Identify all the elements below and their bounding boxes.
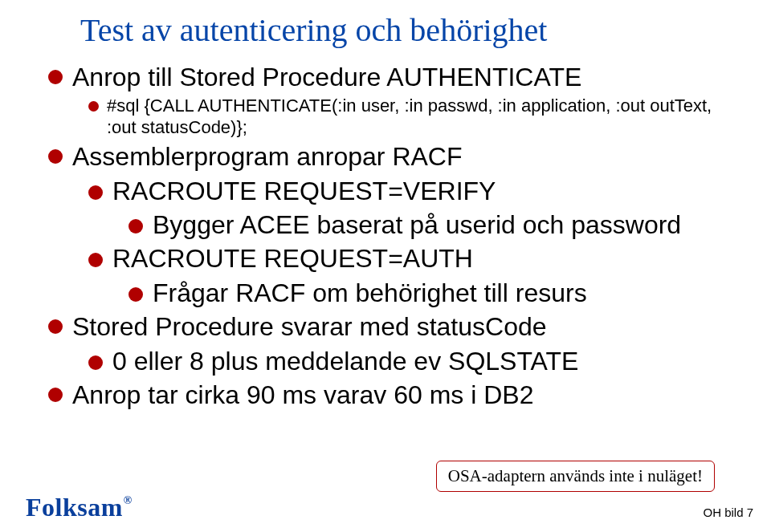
callout-box: OSA-adaptern används inte i nuläget! [436, 461, 715, 492]
bullet-text: Stored Procedure svarar med statusCode [72, 311, 547, 342]
registered-icon: ® [124, 494, 133, 506]
bullet-level1: Anrop tar cirka 90 ms varav 60 ms i DB2 [48, 380, 739, 410]
bullet-marker-icon [48, 388, 63, 402]
bullet-marker-icon [88, 185, 103, 200]
bullet-text: RACROUTE REQUEST=AUTH [112, 243, 473, 274]
bullet-level2: RACROUTE REQUEST=VERIFY [88, 176, 739, 206]
bullet-text: 0 eller 8 plus meddelande ev SQLSTATE [112, 346, 578, 376]
logo-text: Folksam [26, 493, 123, 522]
bullet-text: #sql {CALL AUTHENTICATE(:in user, :in pa… [107, 95, 739, 138]
bullet-level3: Bygger ACEE baserat på userid och passwo… [128, 209, 739, 240]
bullet-text: Bygger ACEE baserat på userid och passwo… [153, 209, 681, 240]
bullet-level1: Stored Procedure svarar med statusCode [48, 311, 739, 342]
bullet-marker-icon [128, 287, 143, 302]
bullet-marker-icon [128, 219, 143, 234]
bullet-text: Assemblerprogram anropar RACF [72, 141, 463, 172]
slide-title: Test av autenticering och behörighet [80, 11, 739, 49]
bullet-marker-icon [88, 253, 103, 267]
slide: Test av autenticering och behörighet Anr… [0, 0, 771, 532]
bullet-level2: 0 eller 8 plus meddelande ev SQLSTATE [88, 346, 739, 376]
bullet-text: Anrop till Stored Procedure AUTHENTICATE [72, 62, 581, 92]
callout-text: OSA-adaptern används inte i nuläget! [448, 466, 703, 485]
bullet-text: RACROUTE REQUEST=VERIFY [112, 176, 496, 206]
bullet-text: Anrop tar cirka 90 ms varav 60 ms i DB2 [72, 380, 533, 410]
bullet-marker-icon [88, 101, 99, 112]
bullet-marker-icon [48, 70, 63, 84]
bullet-text: Frågar RACF om behörighet till resurs [153, 278, 587, 308]
bullet-marker-icon [88, 355, 103, 370]
bullet-level1: Anrop till Stored Procedure AUTHENTICATE [48, 62, 739, 92]
bullet-level1: Assemblerprogram anropar RACF [48, 141, 739, 172]
bullet-level3: Frågar RACF om behörighet till resurs [128, 278, 739, 308]
footer-page-number: OH bild 7 [703, 506, 753, 519]
bullet-level2-code: #sql {CALL AUTHENTICATE(:in user, :in pa… [88, 95, 739, 138]
logo: Folksam® [26, 493, 132, 522]
bullet-marker-icon [48, 319, 63, 334]
bullet-marker-icon [48, 149, 63, 164]
bullet-level2: RACROUTE REQUEST=AUTH [88, 243, 739, 274]
